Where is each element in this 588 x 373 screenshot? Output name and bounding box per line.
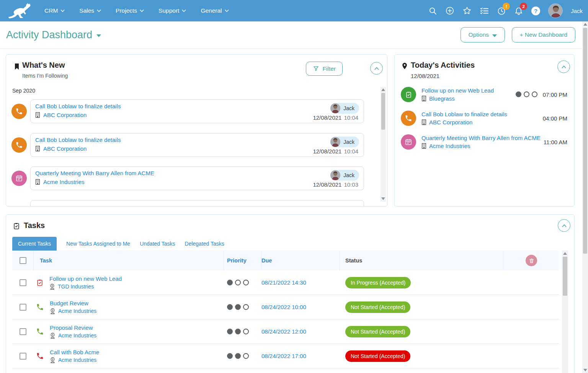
account-link[interactable]: Acme Industries	[58, 308, 96, 314]
kangaroo-logo[interactable]	[7, 2, 35, 20]
select-all-checkbox[interactable]	[20, 257, 26, 264]
assigned-user-chip[interactable]: Jack	[330, 170, 359, 181]
account-dollar-icon: $	[50, 357, 56, 363]
column-priority[interactable]: Priority	[227, 257, 247, 264]
svg-text:$: $	[52, 309, 54, 311]
tab-current-tasks[interactable]: Current Tasks	[12, 237, 57, 251]
delete-selected-button[interactable]	[526, 255, 537, 266]
page-title[interactable]: Activity Dashboard	[6, 29, 101, 41]
tab-undated-tasks[interactable]: Undated Tasks	[140, 237, 175, 251]
collapse-tasks-button[interactable]	[558, 219, 570, 232]
account-link[interactable]: Acme Industries	[58, 332, 96, 339]
account-link[interactable]: ABC Corporation	[43, 112, 87, 118]
activity-link[interactable]: Call Bob Loblaw to finalize details	[35, 137, 121, 143]
activity-time: 11:00 AM	[540, 139, 567, 145]
account-link[interactable]: Acme Industries	[43, 179, 85, 185]
menu-general-label: General	[201, 7, 222, 14]
table-row[interactable]: Budget Review $ Acme Industries 08/24/20…	[12, 295, 559, 319]
new-dashboard-button[interactable]: + New Dashboard	[512, 27, 576, 42]
scrollbar-thumb[interactable]	[381, 93, 385, 130]
top-navbar: CRM Sales Projects Support General	[0, 0, 588, 21]
row-checkbox[interactable]	[20, 304, 26, 311]
scrollbar-thumb[interactable]	[583, 28, 587, 254]
tasks-tabs: Current Tasks New Tasks Assigned to Me U…	[12, 237, 224, 251]
menu-crm[interactable]: CRM	[44, 7, 65, 14]
whats-new-scrollbar[interactable]	[381, 87, 386, 202]
avatar[interactable]	[548, 3, 563, 18]
scroll-down-arrow[interactable]	[583, 369, 587, 371]
collapse-todays-activities-button[interactable]	[557, 60, 570, 73]
collapse-whats-new-button[interactable]	[370, 62, 383, 75]
notifications-bell-icon[interactable]: 2	[514, 6, 523, 15]
menu-sales[interactable]: Sales	[79, 7, 101, 14]
options-button[interactable]: Options	[461, 27, 505, 42]
task-link[interactable]: Call with Bob Acme	[50, 349, 99, 355]
scroll-up-arrow[interactable]	[381, 88, 385, 91]
favorites-star-icon[interactable]	[462, 6, 472, 15]
due-date[interactable]: 08/21/2022 14:30	[261, 279, 306, 286]
menu-projects[interactable]: Projects	[116, 7, 144, 14]
tab-delegated-tasks[interactable]: Delegated Tasks	[185, 237, 224, 251]
scroll-down-arrow[interactable]	[381, 197, 385, 200]
activity-link[interactable]: Quarterly Meeting With Barry Allen from …	[35, 170, 154, 176]
column-task[interactable]: Task	[40, 257, 52, 264]
scrollbar-thumb[interactable]	[563, 257, 567, 296]
avatar	[330, 170, 340, 180]
activity-link[interactable]: Call Bob Loblaw to finalize details	[421, 111, 507, 117]
task-link[interactable]: Follow up on new Web Lead	[49, 275, 122, 282]
column-due[interactable]: Due	[261, 257, 272, 264]
tab-new-tasks-assigned[interactable]: New Tasks Assigned to Me	[66, 237, 130, 251]
activity-item[interactable]: Follow up on new Web Lead Bluegrass	[421, 87, 494, 102]
svg-text:$: $	[52, 358, 54, 360]
scroll-up-arrow[interactable]	[563, 252, 567, 255]
activity-item[interactable]: Quarterly Meeting With Barry Allen from …	[421, 135, 541, 149]
account-link[interactable]: TGD Industries	[58, 283, 94, 290]
activity-link[interactable]: Call Bob Loblaw to finalize details	[35, 103, 121, 109]
activity-link[interactable]: Follow up on new Web Lead	[421, 87, 494, 94]
table-row[interactable]: Follow up on new Web Lead $ TGD Industri…	[12, 270, 559, 295]
row-checkbox[interactable]	[20, 279, 26, 286]
row-checkbox[interactable]	[20, 328, 26, 335]
menu-support[interactable]: Support	[158, 7, 186, 14]
new-dashboard-label: + New Dashboard	[520, 31, 568, 38]
menu-general[interactable]: General	[201, 7, 229, 14]
list-item[interactable]	[30, 200, 364, 207]
call-icon	[401, 111, 416, 126]
svg-text:$: $	[52, 284, 53, 287]
table-row[interactable]: Proposal Review $ Acme Industries 08/24/…	[12, 319, 559, 344]
activity-link[interactable]: Quarterly Meeting With Barry Allen from …	[421, 135, 541, 141]
due-date[interactable]: 08/24/2022 12:00	[261, 328, 306, 335]
list-item[interactable]: Call Bob Loblaw to finalize details ABC …	[30, 133, 364, 157]
account-link[interactable]: ABC Corporation	[429, 119, 472, 125]
due-date[interactable]: 08/24/2022 10:00	[261, 304, 306, 310]
priority-dots	[227, 280, 261, 285]
list-item[interactable]: Call Bob Loblaw to finalize details ABC …	[30, 99, 364, 123]
search-icon[interactable]	[428, 6, 437, 15]
tasks-clipboard-icon	[13, 222, 20, 231]
activity-item[interactable]: Call Bob Loblaw to finalize details ABC …	[421, 111, 507, 125]
row-checkbox[interactable]	[20, 353, 26, 360]
account-link[interactable]: Bluegrass	[429, 95, 455, 102]
task-link[interactable]: Proposal Review	[50, 324, 93, 331]
account-link[interactable]: Acme Industries	[58, 357, 96, 363]
page-scrollbar[interactable]	[582, 21, 588, 373]
list-item[interactable]: Quarterly Meeting With Barry Allen from …	[30, 166, 364, 190]
tasks-scrollbar[interactable]	[562, 251, 568, 373]
menu-support-label: Support	[158, 7, 179, 14]
due-date[interactable]: 08/24/2022 17:00	[261, 353, 306, 359]
menu-crm-label: CRM	[44, 7, 58, 14]
assigned-user-chip[interactable]: Jack	[330, 103, 359, 114]
checklist-icon[interactable]	[480, 6, 489, 15]
navbar-actions: ! 2 ? Jack	[428, 3, 583, 18]
account-link[interactable]: ABC Corporation	[43, 145, 87, 152]
table-row[interactable]: Call with Bob Acme $ Acme Industries 08/…	[12, 344, 559, 368]
user-name[interactable]: Jack	[571, 8, 583, 14]
quick-create-icon[interactable]	[445, 6, 454, 15]
scroll-up-arrow[interactable]	[583, 23, 587, 26]
account-link[interactable]: Acme Industries	[429, 143, 470, 149]
help-icon[interactable]: ?	[531, 7, 540, 15]
filter-button[interactable]: Filter	[306, 62, 343, 76]
alerts-clock-icon[interactable]: !	[497, 6, 506, 15]
assigned-user-chip[interactable]: Jack	[330, 137, 359, 147]
task-link[interactable]: Budget Review	[50, 300, 88, 306]
